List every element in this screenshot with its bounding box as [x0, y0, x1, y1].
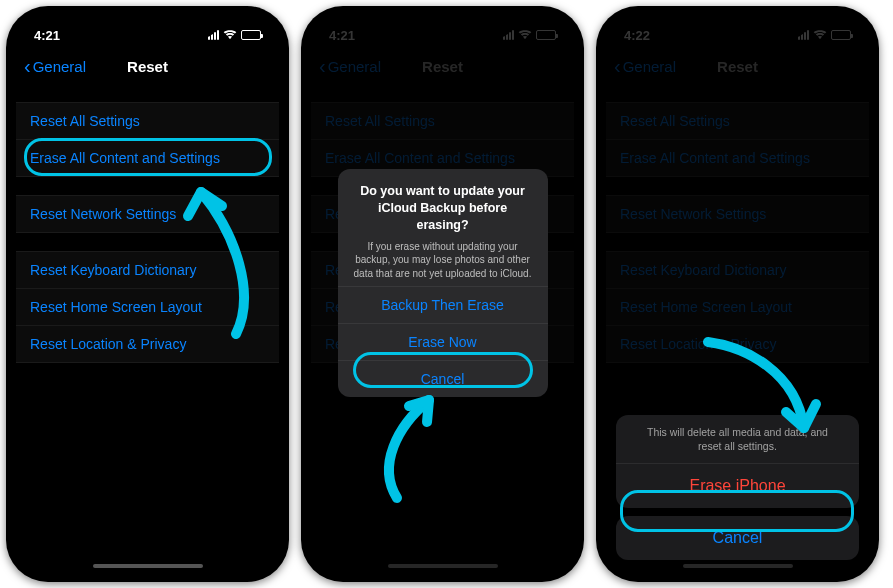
row-reset-home[interactable]: Reset Home Screen Layout: [16, 289, 279, 326]
nav-bar: ‹ General Reset: [16, 48, 279, 84]
dialog-header: Do you want to update your iCloud Backup…: [338, 169, 548, 286]
sheet-cancel-button[interactable]: Cancel: [616, 516, 859, 560]
row-reset-keyboard[interactable]: Reset Keyboard Dictionary: [16, 251, 279, 289]
sheet-main-group: This will delete all media and data, and…: [616, 415, 859, 508]
home-indicator: [93, 564, 203, 568]
row-reset-network[interactable]: Reset Network Settings: [16, 195, 279, 233]
settings-group-3: Reset Keyboard Dictionary Reset Home Scr…: [16, 251, 279, 363]
page-title: Reset: [127, 58, 168, 75]
notch: [78, 16, 218, 38]
dialog-message: If you erase without updating your backu…: [352, 239, 534, 280]
screen: 4:21 ‹ General Reset Reset All Settings …: [16, 16, 279, 572]
settings-group-1: Reset All Settings Erase All Content and…: [16, 102, 279, 177]
erase-iphone-button[interactable]: Erase iPhone: [616, 464, 859, 508]
row-reset-location[interactable]: Reset Location & Privacy: [16, 326, 279, 363]
phone-1: 4:21 ‹ General Reset Reset All Settings …: [6, 6, 289, 582]
notch: [668, 16, 808, 38]
back-label: General: [33, 58, 86, 75]
backup-then-erase-button[interactable]: Backup Then Erase: [338, 286, 548, 323]
phone-2: 4:21 ‹ General Reset Reset All Settings …: [301, 6, 584, 582]
chevron-left-icon: ‹: [24, 56, 31, 76]
dialog-cancel-button[interactable]: Cancel: [338, 360, 548, 397]
dialog-title: Do you want to update your iCloud Backup…: [352, 183, 534, 234]
status-time: 4:21: [34, 28, 60, 43]
status-indicators: [208, 30, 261, 40]
row-reset-all-settings[interactable]: Reset All Settings: [16, 102, 279, 140]
icloud-dialog: Do you want to update your iCloud Backup…: [338, 169, 548, 397]
sheet-cancel-group: Cancel: [616, 516, 859, 560]
phone-3: 4:22 ‹ General Reset Reset All Settings …: [596, 6, 879, 582]
erase-now-button[interactable]: Erase Now: [338, 323, 548, 360]
back-button[interactable]: ‹ General: [24, 56, 86, 76]
screen: 4:21 ‹ General Reset Reset All Settings …: [311, 16, 574, 572]
action-sheet: This will delete all media and data, and…: [616, 415, 859, 560]
notch: [373, 16, 513, 38]
battery-icon: [241, 30, 261, 40]
settings-group-2: Reset Network Settings: [16, 195, 279, 233]
wifi-icon: [223, 30, 237, 40]
sheet-message: This will delete all media and data, and…: [616, 415, 859, 464]
screen: 4:22 ‹ General Reset Reset All Settings …: [606, 16, 869, 572]
row-erase-all-content[interactable]: Erase All Content and Settings: [16, 140, 279, 177]
